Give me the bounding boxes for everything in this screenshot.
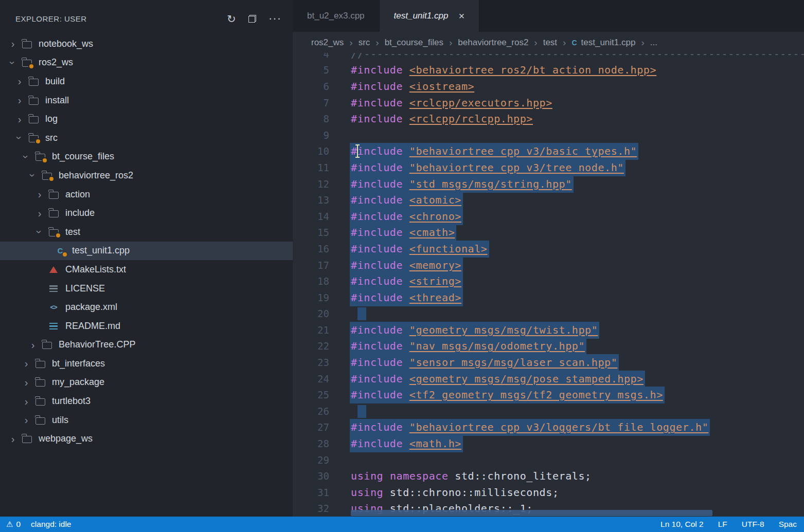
tree-item-BehaviorTree.CPP[interactable]: ›BehaviorTree.CPP — [0, 336, 293, 355]
code-line[interactable]: 22#include "nav_msgs/msg/odometry.hpp" — [293, 338, 804, 355]
code-line[interactable]: 26 — [293, 403, 804, 419]
problems-indicator[interactable]: ⚠ 0 — [6, 520, 21, 529]
chevron-right-icon[interactable]: › — [8, 39, 17, 49]
code-line[interactable]: 11#include "behaviortree_cpp_v3/tree_nod… — [293, 159, 804, 176]
indentation-indicator[interactable]: Spac — [779, 520, 797, 529]
breadcrumb-item[interactable]: test_unit1.cpp — [581, 38, 636, 48]
code-line[interactable]: 27#include "behaviortree_cpp_v3/loggers/… — [293, 419, 804, 436]
chevron-right-icon[interactable]: › — [15, 95, 24, 105]
tree-item-include[interactable]: ›include — [0, 204, 293, 223]
tree-item-test_unit1.cpp[interactable]: Ctest_unit1.cpp — [0, 242, 293, 261]
tree-item-behaviortree_ros2[interactable]: ›behaviortree_ros2 — [0, 166, 293, 185]
tree-item-ros2_ws[interactable]: ›ros2_ws — [0, 53, 293, 72]
tab-test_unit1.cpp[interactable]: test_unit1.cpp× — [380, 0, 480, 32]
code-line[interactable]: 13#include <atomic> — [293, 192, 804, 208]
tree-item-label: bt_interfaces — [52, 358, 105, 369]
tree-item-label: ros2_ws — [39, 57, 73, 68]
code-line[interactable]: 24#include <geometry_msgs/msg/pose_stamp… — [293, 371, 804, 387]
code-line[interactable]: 15#include <cmath> — [293, 225, 804, 241]
code-line[interactable]: 17#include <memory> — [293, 257, 804, 273]
tree-item-notebook_ws[interactable]: ›notebook_ws — [0, 34, 293, 53]
chevron-right-icon[interactable]: › — [15, 114, 24, 124]
code-line[interactable]: 5#include <behaviortree_ros2/bt_action_n… — [293, 62, 804, 79]
chevron-right-icon[interactable]: › — [28, 340, 38, 350]
tree-item-action[interactable]: ›action — [0, 185, 293, 204]
code-line[interactable]: 29 — [293, 452, 804, 468]
tree-item-CMakeLists.txt[interactable]: CMakeLists.txt — [0, 260, 293, 279]
code-text: #include "sensor_msgs/msg/laser_scan.hpp… — [329, 356, 619, 369]
code-line[interactable]: 9 — [293, 127, 804, 143]
code-line[interactable]: 7#include <rclcpp/executors.hpp> — [293, 95, 804, 111]
split-editor-icon[interactable] — [248, 15, 256, 23]
code-line[interactable]: 31using std::chrono::milliseconds; — [293, 484, 804, 501]
code-text: //--------------------------------------… — [329, 53, 804, 60]
tree-item-test[interactable]: ›test — [0, 223, 293, 242]
clangd-status[interactable]: clangd: idle — [31, 520, 71, 529]
code-line[interactable]: 12#include "std_msgs/msg/string.hpp" — [293, 176, 804, 192]
breadcrumb-item[interactable]: test — [543, 38, 557, 48]
tree-item-LICENSE[interactable]: LICENSE — [0, 279, 293, 298]
chevron-right-icon[interactable]: › — [22, 377, 31, 388]
tree-item-turtlebot3[interactable]: ›turtlebot3 — [0, 392, 293, 411]
tree-item-README.md[interactable]: README.md — [0, 317, 293, 336]
chevron-down-icon[interactable]: › — [34, 227, 45, 236]
code-line[interactable]: 14#include <chrono> — [293, 208, 804, 225]
code-editor[interactable]: 4//-------------------------------------… — [293, 53, 804, 517]
code-line[interactable]: 18#include <string> — [293, 273, 804, 289]
breadcrumb-item[interactable]: src — [359, 38, 370, 48]
tree-item-package.xml[interactable]: <>package.xml — [0, 298, 293, 317]
chevron-right-icon[interactable]: › — [22, 396, 31, 407]
chevron-right-icon[interactable]: › — [15, 76, 24, 86]
tree-item-label: action — [65, 189, 90, 200]
chevron-down-icon[interactable]: › — [14, 133, 25, 142]
code-line[interactable]: 30using namespace std::chrono_literals; — [293, 468, 804, 484]
tree-item-utils[interactable]: ›utils — [0, 411, 293, 430]
code-line[interactable]: 28#include <math.h> — [293, 435, 804, 452]
tree-item-build[interactable]: ›build — [0, 72, 293, 91]
breadcrumb-item[interactable]: ros2_ws — [311, 38, 344, 48]
code-line[interactable]: 23#include "sensor_msgs/msg/laser_scan.h… — [293, 354, 804, 371]
tree-item-src[interactable]: ›src — [0, 129, 293, 148]
breadcrumb-item[interactable]: behaviortree_ros2 — [458, 38, 528, 48]
line-content: #include <string> — [350, 273, 463, 290]
tree-item-bt_interfaces[interactable]: ›bt_interfaces — [0, 354, 293, 373]
tree-item-my_package[interactable]: ›my_package — [0, 373, 293, 392]
code-line[interactable]: 19#include <thread> — [293, 289, 804, 306]
chevron-right-icon[interactable]: › — [35, 189, 44, 199]
close-icon[interactable]: × — [458, 11, 464, 21]
tree-item-label: install — [45, 95, 69, 106]
chevron-right-icon[interactable]: › — [8, 434, 17, 444]
line-number: 4 — [293, 53, 329, 60]
chevron-right-icon[interactable]: › — [35, 208, 44, 218]
breadcrumb-item[interactable]: ... — [650, 38, 657, 48]
chevron-down-icon[interactable]: › — [8, 58, 18, 67]
horizontal-scrollbar[interactable] — [351, 510, 712, 516]
code-line[interactable]: 8#include <rclcpp/rclcpp.hpp> — [293, 111, 804, 127]
tree-item-bt_course_files[interactable]: ›bt_course_files — [0, 148, 293, 167]
encoding-indicator[interactable]: UTF-8 — [742, 520, 764, 529]
line-number: 25 — [293, 389, 329, 400]
code-line[interactable]: 10#include "behaviortree_cpp_v3/basic_ty… — [293, 143, 804, 160]
tab-bt_u2_ex3.cpp[interactable]: bt_u2_ex3.cpp — [293, 0, 380, 32]
chevron-down-icon[interactable]: › — [21, 152, 31, 161]
tree-item-webpage_ws[interactable]: ›webpage_ws — [0, 429, 293, 448]
chevron-right-icon[interactable]: › — [22, 415, 31, 425]
chevron-right-icon[interactable]: › — [22, 358, 31, 369]
code-text: #include <functional> — [329, 243, 489, 255]
cursor-position[interactable]: Ln 10, Col 2 — [660, 520, 704, 529]
code-line[interactable]: 25#include <tf2_geometry_msgs/tf2_geomet… — [293, 387, 804, 403]
code-line[interactable]: 21#include "geometry_msgs/msg/twist.hpp" — [293, 322, 804, 338]
breadcrumb: ros2_ws›src›bt_course_files›behaviortree… — [293, 32, 804, 53]
breadcrumb-item[interactable]: bt_course_files — [385, 38, 443, 48]
tree-item-log[interactable]: ›log — [0, 109, 293, 129]
more-actions-icon[interactable]: ··· — [269, 16, 281, 21]
chevron-down-icon[interactable]: › — [28, 171, 38, 180]
refresh-icon[interactable]: ↻ — [227, 13, 236, 24]
eol-sequence[interactable]: LF — [718, 520, 727, 529]
code-line[interactable]: 16#include <functional> — [293, 241, 804, 257]
code-line[interactable]: 4//-------------------------------------… — [293, 53, 804, 62]
selection-block — [358, 307, 366, 320]
code-line[interactable]: 6#include <iostream> — [293, 78, 804, 95]
tree-item-install[interactable]: ›install — [0, 91, 293, 110]
code-line[interactable]: 20 — [293, 306, 804, 322]
